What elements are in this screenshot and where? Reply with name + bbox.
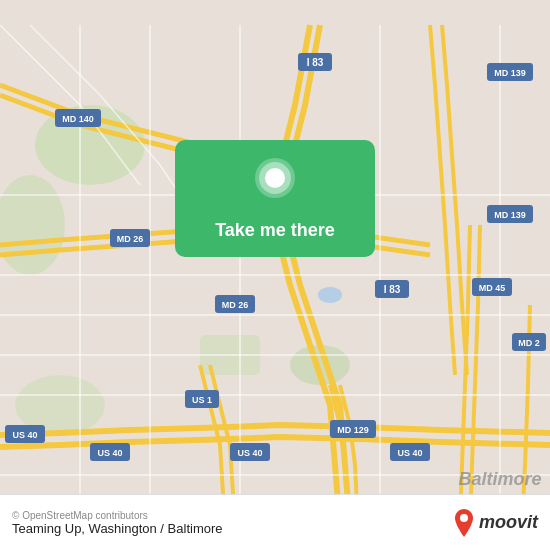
moovit-pin-icon [453,509,475,537]
svg-point-54 [460,514,468,522]
cta-button-label[interactable]: Take me there [195,220,355,257]
location-pin-icon [253,156,297,212]
svg-text:MD 26: MD 26 [222,300,249,310]
map-background: I 83 I 83 I 83 MD 140 MD 26 MD 26 MD 139… [0,0,550,550]
svg-text:I 83: I 83 [384,284,401,295]
svg-text:MD 45: MD 45 [479,283,506,293]
svg-text:US 40: US 40 [237,448,262,458]
moovit-brand-text: moovit [479,512,538,533]
svg-text:US 40: US 40 [97,448,122,458]
svg-text:US 1: US 1 [192,395,212,405]
bottom-left-info: © OpenStreetMap contributors Teaming Up,… [12,510,223,536]
svg-text:MD 129: MD 129 [337,425,369,435]
svg-text:MD 2: MD 2 [518,338,540,348]
svg-text:MD 26: MD 26 [117,234,144,244]
svg-text:US 40: US 40 [397,448,422,458]
map-container: I 83 I 83 I 83 MD 140 MD 26 MD 26 MD 139… [0,0,550,550]
svg-text:US 40: US 40 [12,430,37,440]
svg-text:I 83: I 83 [307,57,324,68]
svg-text:MD 139: MD 139 [494,68,526,78]
bottom-bar: © OpenStreetMap contributors Teaming Up,… [0,494,550,550]
svg-point-6 [318,287,342,303]
location-title: Teaming Up, Washington / Baltimore [12,521,223,536]
svg-text:MD 140: MD 140 [62,114,94,124]
moovit-logo: moovit [453,509,538,537]
cta-card[interactable]: Take me there [175,140,375,257]
svg-text:MD 139: MD 139 [494,210,526,220]
svg-point-53 [265,168,285,188]
attribution-text: © OpenStreetMap contributors [12,510,223,521]
svg-text:Baltimore: Baltimore [458,469,541,489]
